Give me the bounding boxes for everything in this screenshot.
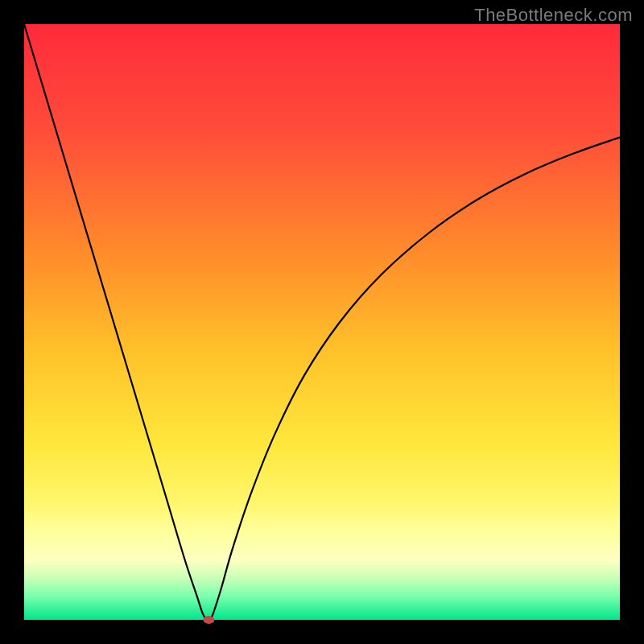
watermark-text: TheBottleneck.com bbox=[474, 5, 633, 26]
chart-frame: TheBottleneck.com bbox=[0, 0, 644, 644]
minimum-marker bbox=[203, 616, 214, 624]
bottleneck-chart bbox=[0, 0, 644, 644]
